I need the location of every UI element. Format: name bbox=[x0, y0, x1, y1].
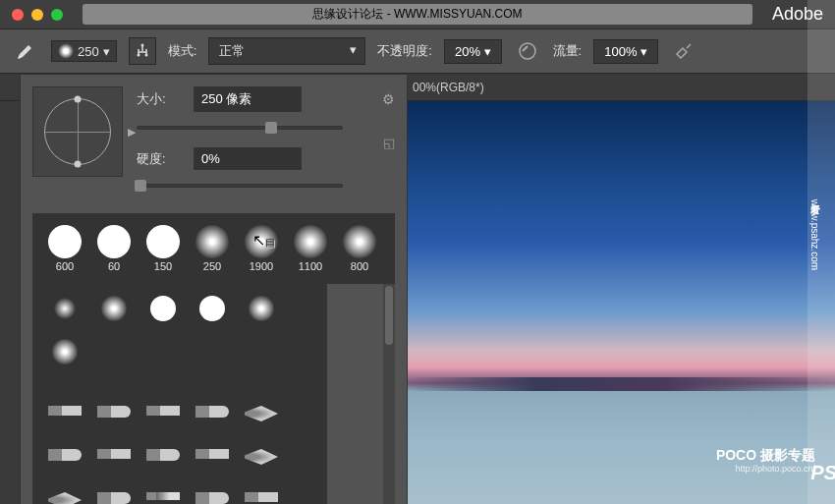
special-brush-preset[interactable] bbox=[89, 394, 139, 437]
maximize-button[interactable] bbox=[51, 9, 63, 21]
canvas-area[interactable]: POCO 摄影专题 http://photo.poco.cn/ bbox=[408, 101, 835, 504]
brush-preset[interactable]: 800 bbox=[335, 221, 384, 276]
hardness-slider[interactable] bbox=[137, 176, 343, 196]
svg-point-2 bbox=[144, 54, 147, 57]
size-slider[interactable] bbox=[137, 118, 343, 138]
brush-preset[interactable] bbox=[139, 292, 188, 335]
brush-preset[interactable]: 600 bbox=[40, 221, 89, 276]
brush-preset-picker[interactable]: 250 ▾ bbox=[51, 40, 117, 62]
brush-preset[interactable] bbox=[237, 292, 286, 335]
chevron-down-icon: ▾ bbox=[103, 44, 110, 59]
size-label: 大小: bbox=[137, 90, 184, 108]
close-button[interactable] bbox=[12, 9, 24, 21]
brush-preset[interactable]: 150 bbox=[139, 221, 188, 276]
mode-label: 模式: bbox=[168, 42, 197, 60]
traffic-lights bbox=[12, 9, 63, 21]
special-brush-preset[interactable] bbox=[40, 437, 89, 480]
special-brushes: 2550 bbox=[32, 386, 327, 504]
brush-preset[interactable]: 60 bbox=[89, 221, 139, 276]
document-tab[interactable]: 00%(RGB/8*) bbox=[413, 81, 484, 94]
special-brush-preset[interactable] bbox=[188, 394, 237, 437]
flip-arrow-icon[interactable]: ▶ bbox=[128, 126, 136, 139]
special-brush-preset[interactable] bbox=[139, 480, 188, 504]
special-brush-preset[interactable] bbox=[188, 437, 237, 480]
brush-tip-preview[interactable]: ▶ bbox=[32, 86, 123, 177]
special-brush-preset[interactable] bbox=[89, 480, 139, 504]
brush-panel: ▶ 大小: 250 像素 ⚙ 硬度: 0% bbox=[20, 74, 408, 504]
brush-preset[interactable] bbox=[188, 292, 237, 335]
brush-preset[interactable] bbox=[40, 335, 89, 378]
options-bar: 250 ▾ 模式: 正常 不透明度: 20% ▾ 流量: 100% ▾ bbox=[0, 29, 835, 74]
brush-preset[interactable]: 1100 bbox=[286, 221, 335, 276]
flow-label: 流量: bbox=[553, 42, 583, 60]
special-brush-preset[interactable] bbox=[89, 437, 139, 480]
brush-presets-row2 bbox=[32, 284, 327, 386]
side-watermark: PS 爱好者 www.psahz.com bbox=[807, 0, 835, 504]
special-brush-preset[interactable] bbox=[40, 480, 89, 504]
cursor-icon: ↖▤ bbox=[252, 231, 274, 250]
side-watermark-text: 爱好者 www.psahz.com bbox=[807, 0, 821, 270]
canvas-image: POCO 摄影专题 http://photo.poco.cn/ bbox=[408, 101, 835, 504]
brush-size-value: 250 bbox=[78, 44, 99, 59]
svg-point-1 bbox=[137, 54, 139, 57]
flow-value[interactable]: 100% ▾ bbox=[593, 39, 658, 64]
pressure-opacity-icon[interactable] bbox=[514, 37, 541, 65]
special-brush-preset[interactable] bbox=[237, 437, 286, 480]
special-brush-preset[interactable] bbox=[237, 394, 286, 437]
toggle-brush-panel-button[interactable] bbox=[129, 37, 156, 65]
svg-point-0 bbox=[140, 44, 143, 47]
brush-tool-icon[interactable] bbox=[12, 37, 39, 65]
brush-preset[interactable] bbox=[89, 292, 139, 335]
minimize-button[interactable] bbox=[31, 9, 43, 21]
brush-preset[interactable]: 250 bbox=[188, 221, 237, 276]
special-brush-preset[interactable] bbox=[188, 480, 237, 504]
titlebar: 思缘设计论坛 - WWW.MISSYUAN.COM Adobe bbox=[0, 0, 835, 29]
airbrush-icon[interactable] bbox=[670, 37, 697, 65]
size-input[interactable]: 250 像素 bbox=[194, 86, 302, 112]
hardness-input[interactable]: 0% bbox=[194, 147, 302, 170]
opacity-label: 不透明度: bbox=[377, 42, 432, 60]
blend-mode-select[interactable]: 正常 bbox=[208, 37, 365, 65]
hardness-label: 硬度: bbox=[137, 150, 184, 168]
new-brush-icon[interactable]: ◱ bbox=[383, 136, 395, 150]
poco-watermark: POCO 摄影专题 http://photo.poco.cn/ bbox=[716, 447, 815, 475]
ps-logo: PS bbox=[810, 462, 835, 484]
gear-icon[interactable]: ⚙ bbox=[382, 91, 395, 107]
svg-point-3 bbox=[520, 43, 535, 59]
scroll-thumb[interactable] bbox=[385, 286, 393, 345]
brush-preset[interactable] bbox=[40, 292, 89, 335]
special-brush-preset[interactable] bbox=[139, 394, 188, 437]
forum-watermark: 思缘设计论坛 - WWW.MISSYUAN.COM bbox=[83, 4, 752, 25]
brush-preview-dot bbox=[58, 43, 74, 59]
brush-presets-row1: 6006015025019001100800 bbox=[32, 213, 395, 284]
special-brush-preset[interactable] bbox=[40, 394, 89, 437]
special-brush-preset[interactable] bbox=[139, 437, 188, 480]
scrollbar[interactable] bbox=[383, 284, 395, 504]
opacity-value[interactable]: 20% ▾ bbox=[444, 39, 502, 64]
special-brush-preset[interactable] bbox=[237, 480, 286, 504]
